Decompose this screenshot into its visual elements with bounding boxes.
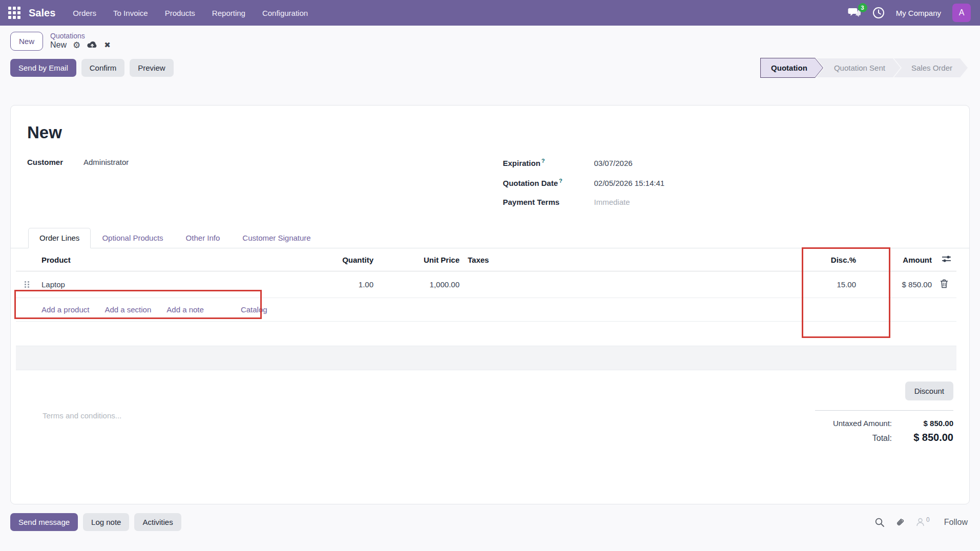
form-sheet: New Customer Administrator Expiration? 0… <box>10 105 970 504</box>
col-product[interactable]: Product <box>37 248 269 271</box>
order-lines-table: Product Quantity Unit Price Taxes Disc.%… <box>16 248 956 370</box>
preview-button[interactable]: Preview <box>130 59 173 77</box>
statusbar: Quotation Quotation Sent Sales Order <box>760 58 968 78</box>
customer-value[interactable]: Administrator <box>84 158 129 166</box>
company-switcher[interactable]: My Company <box>896 9 941 17</box>
add-a-product-link[interactable]: Add a product <box>41 305 89 314</box>
breadcrumb-current: New <box>50 40 67 50</box>
discount-button[interactable]: Discount <box>905 382 953 400</box>
catalog-link[interactable]: Catalog <box>241 305 267 314</box>
col-unit-price[interactable]: Unit Price <box>378 248 464 271</box>
menu-orders[interactable]: Orders <box>73 9 96 17</box>
cell-unit-price[interactable]: 1,000.00 <box>378 271 464 298</box>
followers-count: 0 <box>926 516 930 523</box>
sheet-bottom: Terms and conditions... Discount Untaxed… <box>11 370 969 473</box>
control-panel: New Quotations New ⚙ ✖ <box>0 26 980 51</box>
breadcrumb-quotations-link[interactable]: Quotations <box>50 32 111 40</box>
col-taxes[interactable]: Taxes <box>464 248 778 271</box>
field-groups: Customer Administrator Expiration? 03/07… <box>27 158 953 206</box>
stage-quotation[interactable]: Quotation <box>760 58 823 78</box>
stage-quotation-label: Quotation <box>771 63 807 72</box>
discard-x-icon[interactable]: ✖ <box>104 40 111 50</box>
save-cloud-icon[interactable] <box>87 41 98 49</box>
activities-button[interactable]: Activities <box>134 513 181 531</box>
totals-table: Untaxed Amount: $ 850.00 Total: $ 850.00 <box>815 410 953 446</box>
add-a-note-link[interactable]: Add a note <box>166 305 204 314</box>
app-name[interactable]: Sales <box>29 7 55 19</box>
log-note-button[interactable]: Log note <box>83 513 129 531</box>
stage-quotation-sent-label: Quotation Sent <box>834 63 885 72</box>
terms-and-conditions-input[interactable]: Terms and conditions... <box>43 411 121 420</box>
chatter-bar: Send message Log note Activities 0 Follo… <box>10 513 968 531</box>
cell-amount: $ 850.00 <box>860 271 936 298</box>
tab-customer-signature[interactable]: Customer Signature <box>231 228 322 248</box>
add-line-row: Add a product Add a section Add a note C… <box>16 298 956 322</box>
cell-product[interactable]: Laptop <box>37 271 269 298</box>
confirm-button[interactable]: Confirm <box>81 59 125 77</box>
cell-quantity[interactable]: 1.00 <box>269 271 378 298</box>
col-amount[interactable]: Amount <box>860 248 936 271</box>
totals-panel: Discount Untaxed Amount: $ 850.00 Total:… <box>815 382 953 446</box>
payment-terms-label: Payment Terms <box>503 198 594 206</box>
tab-order-lines[interactable]: Order Lines <box>28 228 91 248</box>
help-icon: ? <box>559 178 562 184</box>
expiration-value[interactable]: 03/07/2026 <box>594 159 633 167</box>
menu-products[interactable]: Products <box>165 9 195 17</box>
gear-icon[interactable]: ⚙ <box>73 41 80 50</box>
apps-grid-icon[interactable] <box>8 7 20 19</box>
customer-label: Customer <box>27 158 84 166</box>
stage-sales-order-label: Sales Order <box>911 63 952 72</box>
stage-sales-order[interactable]: Sales Order <box>894 58 968 77</box>
messages-badge: 3 <box>858 3 867 12</box>
delete-row-icon[interactable] <box>940 279 948 288</box>
top-navbar: Sales Orders To Invoice Products Reporti… <box>0 0 980 26</box>
user-avatar[interactable]: A <box>952 4 971 22</box>
empty-row <box>16 346 956 370</box>
send-by-email-button[interactable]: Send by Email <box>10 59 76 77</box>
col-discount[interactable]: Disc.% <box>778 248 860 271</box>
menu-to-invoice[interactable]: To Invoice <box>113 9 148 17</box>
expiration-label: Expiration? <box>503 158 594 167</box>
tab-optional-products[interactable]: Optional Products <box>91 228 174 248</box>
notebook-tabs: Order Lines Optional Products Other Info… <box>11 228 969 248</box>
untaxed-amount-label: Untaxed Amount: <box>833 419 892 428</box>
followers-button[interactable]: 0 <box>915 517 930 527</box>
menu-configuration[interactable]: Configuration <box>262 9 308 17</box>
help-icon: ? <box>541 158 545 164</box>
payment-terms-input[interactable]: Immediate <box>594 198 630 206</box>
col-quantity[interactable]: Quantity <box>269 248 378 271</box>
quotation-date-label: Quotation Date? <box>503 178 594 187</box>
tab-other-info[interactable]: Other Info <box>175 228 232 248</box>
action-row: Send by Email Confirm Preview Quotation … <box>0 51 980 78</box>
empty-row <box>16 322 956 346</box>
menu-reporting[interactable]: Reporting <box>212 9 245 17</box>
total-label: Total: <box>872 434 892 443</box>
breadcrumb: Quotations New ⚙ ✖ <box>50 32 111 50</box>
order-line-row[interactable]: Laptop 1.00 1,000.00 15.00 $ 850.00 <box>16 271 956 298</box>
drag-handle-icon[interactable] <box>25 281 29 288</box>
send-message-button[interactable]: Send message <box>10 513 78 531</box>
new-record-button[interactable]: New <box>10 32 43 51</box>
stage-quotation-sent[interactable]: Quotation Sent <box>817 58 901 77</box>
follower-person-icon <box>915 517 925 527</box>
total-value: $ 850.00 <box>910 432 953 443</box>
quotation-date-value[interactable]: 02/05/2026 15:14:41 <box>594 179 665 187</box>
cloud-upload-icon <box>87 41 98 49</box>
cell-taxes[interactable] <box>464 271 778 298</box>
follow-button[interactable]: Follow <box>944 518 968 527</box>
messages-icon[interactable]: 3 <box>848 7 861 18</box>
cell-discount[interactable]: 15.00 <box>778 271 860 298</box>
table-header-row: Product Quantity Unit Price Taxes Disc.%… <box>16 248 956 271</box>
search-icon[interactable] <box>874 517 885 527</box>
activities-clock-icon[interactable] <box>872 7 885 19</box>
clock-icon <box>872 7 885 19</box>
record-title[interactable]: New <box>27 123 969 142</box>
attachment-paperclip-icon[interactable] <box>895 517 905 527</box>
optional-columns-icon[interactable] <box>942 255 951 263</box>
untaxed-amount-value: $ 850.00 <box>910 419 953 428</box>
add-a-section-link[interactable]: Add a section <box>105 305 151 314</box>
